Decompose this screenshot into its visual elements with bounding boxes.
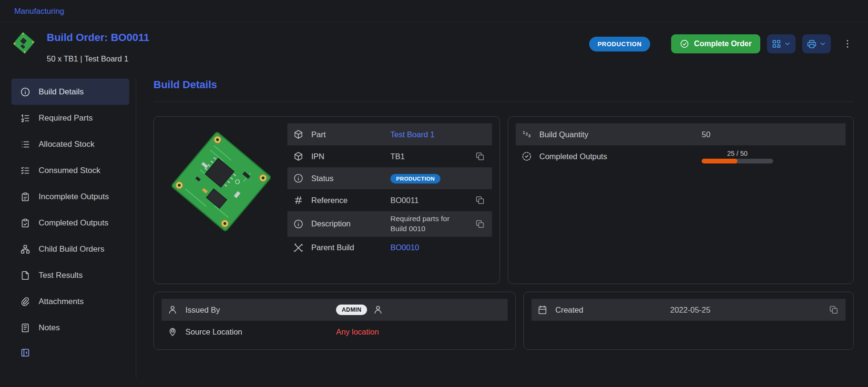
pcb-thumbnail-image bbox=[11, 31, 36, 55]
test-report-icon bbox=[20, 270, 31, 281]
sidebar-item-label: Allocated Stock bbox=[39, 140, 94, 149]
sidebar-item-attachments[interactable]: Attachments bbox=[11, 288, 129, 315]
sidebar-item-label: Child Build Orders bbox=[39, 244, 104, 254]
sidebar-item-label: Incomplete Outputs bbox=[39, 192, 109, 202]
info-circle-icon bbox=[293, 219, 304, 229]
circle-check-icon bbox=[680, 39, 689, 49]
complete-order-label: Complete Order bbox=[694, 40, 752, 48]
status-cell: PRODUCTION bbox=[390, 173, 486, 183]
calendar-icon bbox=[537, 305, 548, 315]
detail-label: IPN bbox=[311, 152, 383, 161]
list-icon bbox=[20, 139, 31, 150]
created-value: 2022-05-25 bbox=[670, 306, 820, 315]
title-block: Build Order: BO0011 50 x TB1 | Test Boar… bbox=[47, 31, 149, 63]
progress-text: 25 / 50 bbox=[702, 150, 773, 157]
progress-fill bbox=[702, 159, 737, 163]
print-actions-button[interactable] bbox=[802, 34, 831, 53]
sitemap-icon bbox=[20, 244, 31, 255]
sidebar: Build Details Required Parts Allocated S… bbox=[11, 79, 136, 378]
page: Manufacturing Build Ord bbox=[0, 0, 868, 387]
created-panel: Created 2022-05-25 bbox=[523, 292, 854, 350]
sidebar-item-consumed-stock[interactable]: Consumed Stock bbox=[11, 157, 129, 183]
section-heading: Build Details bbox=[153, 79, 854, 102]
reference-value: BO0011 bbox=[390, 196, 466, 205]
breadcrumb-manufacturing[interactable]: Manufacturing bbox=[14, 7, 64, 15]
detail-label: Parent Build bbox=[311, 243, 383, 252]
parent-build-link[interactable]: BO0010 bbox=[390, 243, 486, 252]
detail-row-ipn: IPN TB1 bbox=[287, 145, 492, 167]
row-label: Source Location bbox=[185, 327, 328, 336]
sidebar-item-label: Consumed Stock bbox=[39, 166, 100, 175]
notes-icon bbox=[20, 323, 31, 333]
build-details-panel: Part Test Board 1 IPN TB1 bbox=[153, 116, 500, 284]
box-icon bbox=[293, 129, 304, 140]
breadcrumb: Manufacturing bbox=[0, 0, 868, 22]
sidebar-item-completed-outputs[interactable]: Completed Outputs bbox=[11, 210, 129, 236]
row-issued-by: Issued By ADMIN bbox=[162, 299, 508, 321]
sidebar-item-label: Test Results bbox=[39, 271, 83, 280]
sidebar-item-build-details[interactable]: Build Details bbox=[11, 79, 129, 105]
clipboard-icon bbox=[20, 192, 31, 202]
row-created: Created 2022-05-25 bbox=[531, 299, 846, 321]
numbers-123-icon: 1 2 3 bbox=[521, 129, 532, 140]
detail-label: Status bbox=[311, 174, 383, 183]
copy-icon bbox=[828, 305, 839, 315]
box-icon bbox=[293, 151, 304, 162]
copy-button[interactable] bbox=[474, 150, 486, 163]
copy-button[interactable] bbox=[474, 194, 486, 206]
copy-icon bbox=[475, 195, 485, 205]
part-thumbnail[interactable] bbox=[11, 31, 36, 55]
copy-button[interactable] bbox=[474, 218, 486, 230]
sidebar-item-notes[interactable]: Notes bbox=[11, 315, 129, 341]
detail-label: Reference bbox=[311, 196, 383, 205]
sidebar-item-allocated-stock[interactable]: Allocated Stock bbox=[11, 131, 129, 157]
copy-icon bbox=[475, 151, 485, 162]
detail-label: Part bbox=[311, 130, 383, 139]
progress-bar bbox=[702, 159, 773, 163]
sidebar-item-label: Attachments bbox=[39, 297, 84, 306]
hash-icon bbox=[293, 195, 304, 205]
header-actions: PRODUCTION Complete Order bbox=[589, 34, 855, 53]
detail-row-part: Part Test Board 1 bbox=[287, 123, 492, 145]
sidebar-item-label: Completed Outputs bbox=[39, 218, 108, 228]
ipn-value: TB1 bbox=[390, 152, 466, 161]
sidebar-collapse-icon bbox=[20, 347, 31, 358]
quantity-row-completed-outputs: Completed Outputs 25 / 50 bbox=[516, 145, 846, 167]
info-circle-icon bbox=[293, 173, 304, 183]
issued-by-cell: ADMIN bbox=[336, 305, 502, 315]
part-image[interactable] bbox=[162, 123, 281, 277]
source-location-value: Any location bbox=[336, 327, 502, 336]
copy-button[interactable] bbox=[827, 304, 840, 316]
sidebar-item-child-build-orders[interactable]: Child Build Orders bbox=[11, 236, 129, 262]
progress-check-icon bbox=[521, 151, 532, 162]
build-quantity-panel: 1 2 3 Build Quantity 50 bbox=[508, 116, 854, 284]
dots-vertical-icon bbox=[842, 39, 853, 49]
barcode-actions-button[interactable] bbox=[767, 34, 796, 53]
more-actions-button[interactable] bbox=[840, 37, 855, 51]
clipboard-check-icon bbox=[20, 218, 31, 228]
qrcode-icon bbox=[771, 39, 782, 49]
build-quantity-value: 50 bbox=[702, 130, 840, 139]
progress: 25 / 50 bbox=[702, 150, 773, 163]
quantity-label: Build Quantity bbox=[540, 130, 694, 139]
tools-icon bbox=[293, 243, 304, 253]
sidebar-item-required-parts[interactable]: Required Parts bbox=[11, 105, 129, 131]
collapse-sidebar-button[interactable] bbox=[18, 346, 32, 360]
paperclip-icon bbox=[20, 296, 31, 307]
row-label: Created bbox=[555, 306, 663, 315]
printer-icon bbox=[807, 39, 817, 49]
info-circle-icon bbox=[20, 87, 31, 97]
sidebar-item-label: Notes bbox=[39, 323, 60, 333]
main-panel: Build Details bbox=[136, 79, 855, 357]
part-link[interactable]: Test Board 1 bbox=[390, 130, 486, 139]
issued-by-badge: ADMIN bbox=[336, 305, 367, 315]
list-numbers-icon bbox=[20, 113, 31, 123]
user-icon bbox=[373, 305, 383, 315]
chevron-down-icon bbox=[784, 40, 791, 48]
description-value: Required parts for Build 0010 bbox=[390, 214, 466, 234]
sidebar-item-label: Build Details bbox=[39, 87, 84, 97]
sidebar-item-incomplete-outputs[interactable]: Incomplete Outputs bbox=[11, 183, 129, 210]
user-icon bbox=[167, 305, 178, 315]
sidebar-item-test-results[interactable]: Test Results bbox=[11, 262, 129, 288]
complete-order-button[interactable]: Complete Order bbox=[671, 34, 760, 53]
